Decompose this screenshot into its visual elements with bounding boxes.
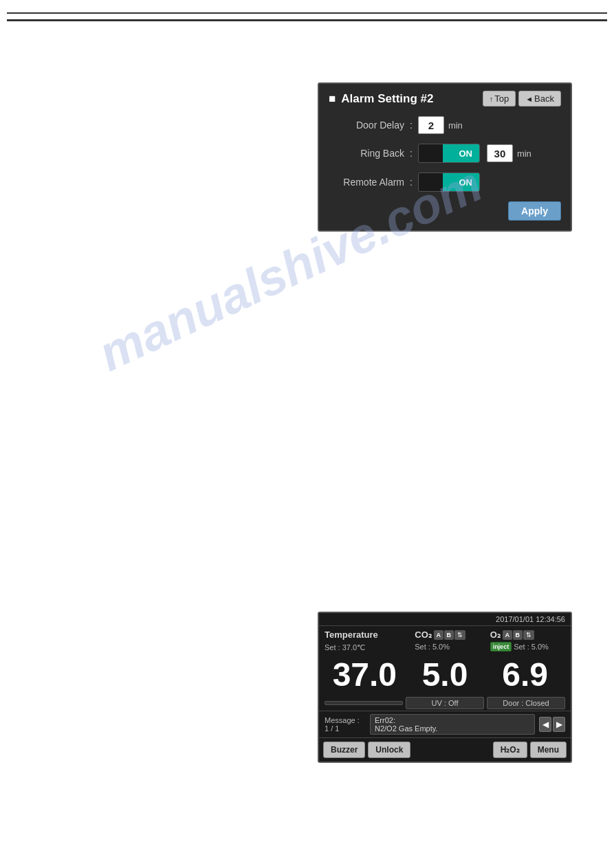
- big-readings: 37.0 5.0 6.9: [319, 654, 571, 695]
- door-status: Door : Closed: [487, 697, 565, 709]
- co2-badge-a: A: [434, 630, 443, 640]
- door-delay-colon: :: [410, 120, 413, 131]
- alarm-title-text: Alarm Setting #2: [341, 92, 433, 106]
- ring-back-colon: :: [410, 148, 413, 159]
- message-row: Message : 1 / 1 Err02: N2/O2 Gas Empty. …: [319, 711, 571, 737]
- message-text: Err02:: [375, 716, 530, 724]
- message-nav: ◀ ▶: [539, 717, 565, 732]
- bottom-buttons: Buzzer Unlock H₂O₂ Menu: [319, 737, 571, 761]
- menu-button[interactable]: Menu: [530, 742, 567, 758]
- uv-status: UV : Off: [406, 697, 484, 709]
- remote-alarm-toggle[interactable]: ON: [418, 173, 480, 192]
- h2o2-button[interactable]: H₂O₂: [493, 742, 527, 758]
- o2-ab-badge: A B ⇅: [503, 630, 534, 640]
- o2-col-header: O₂ A B ⇅: [490, 630, 565, 640]
- ring-back-toggle[interactable]: ON: [418, 144, 480, 163]
- remote-alarm-row: Remote Alarm : ON: [329, 173, 561, 192]
- nav-top-label: Top: [494, 93, 509, 104]
- message-box: Err02: N2/O2 Gas Empty.: [370, 714, 535, 735]
- remote-alarm-label: Remote Alarm: [329, 177, 404, 188]
- buzzer-button[interactable]: Buzzer: [323, 742, 365, 758]
- nav-back-button[interactable]: ◄ Back: [518, 91, 561, 107]
- ring-back-toggle-label: ON: [459, 148, 472, 159]
- display-topbar: 2017/01/01 12:34:56: [319, 613, 571, 626]
- status-row: UV : Off Door : Closed: [319, 695, 571, 711]
- door-delay-unit: min: [448, 120, 463, 131]
- inject-badge: inject: [490, 642, 512, 652]
- apply-row: Apply: [329, 201, 561, 221]
- datetime-label: 2017/01/01 12:34:56: [496, 615, 565, 623]
- top-line: [7, 12, 607, 14]
- ring-back-label: Ring Back: [329, 148, 404, 159]
- o2-badge-b: B: [513, 630, 523, 640]
- second-line: [7, 19, 607, 21]
- door-delay-row: Door Delay : 2 min: [329, 116, 561, 134]
- o2-badge-arrows: ⇅: [523, 630, 534, 640]
- co2-reading: 5.0: [405, 658, 485, 691]
- unlock-button[interactable]: Unlock: [368, 742, 410, 758]
- o2-title: O₂: [490, 630, 501, 640]
- temp-col-header: Temperature: [325, 630, 415, 640]
- door-delay-label: Door Delay: [329, 120, 404, 131]
- message-page: 1 / 1: [325, 724, 339, 733]
- message-next-button[interactable]: ▶: [553, 717, 565, 732]
- co2-badge-arrows: ⇅: [454, 630, 465, 640]
- co2-ab-badge: A B ⇅: [434, 630, 465, 640]
- message-subtext: N2/O2 Gas Empty.: [375, 724, 530, 733]
- o2-set-val: Set : 5.0%: [514, 643, 565, 651]
- temp-status: [325, 701, 403, 705]
- remote-alarm-toggle-label: ON: [459, 177, 472, 188]
- main-display-panel: 2017/01/01 12:34:56 Temperature CO₂ A B …: [318, 612, 572, 763]
- co2-set-val: Set : 5.0%: [415, 643, 490, 651]
- co2-title: CO₂: [415, 630, 432, 640]
- o2-reading: 6.9: [485, 658, 565, 691]
- ring-back-value[interactable]: 30: [487, 144, 513, 162]
- alarm-title: ■ Alarm Setting #2: [329, 92, 433, 106]
- alarm-title-icon: ■: [329, 92, 336, 106]
- nav-top-button[interactable]: ↑ Top: [483, 91, 516, 107]
- ring-back-row: Ring Back : ON 30 min: [329, 144, 561, 163]
- ring-back-unit: min: [517, 148, 531, 159]
- door-delay-value[interactable]: 2: [418, 116, 444, 134]
- alarm-header: ■ Alarm Setting #2 ↑ Top ◄ Back: [329, 91, 561, 107]
- message-label: Message :: [325, 716, 360, 724]
- nav-back-label: Back: [534, 93, 554, 104]
- nav-top-arrow: ↑: [490, 95, 494, 103]
- temp-title: Temperature: [325, 630, 378, 640]
- alarm-setting-panel: ■ Alarm Setting #2 ↑ Top ◄ Back Door Del…: [318, 82, 572, 232]
- remote-alarm-colon: :: [410, 177, 413, 188]
- co2-badge-b: B: [444, 630, 454, 640]
- message-prev-button[interactable]: ◀: [539, 717, 551, 732]
- co2-col-header: CO₂ A B ⇅: [415, 630, 490, 640]
- alarm-nav-buttons: ↑ Top ◄ Back: [483, 91, 561, 107]
- o2-badge-a: A: [503, 630, 512, 640]
- temp-set-val: Set : 37.0℃: [325, 643, 365, 652]
- temp-reading: 37.0: [325, 658, 405, 691]
- nav-back-arrow: ◄: [525, 95, 533, 103]
- apply-button[interactable]: Apply: [508, 201, 561, 221]
